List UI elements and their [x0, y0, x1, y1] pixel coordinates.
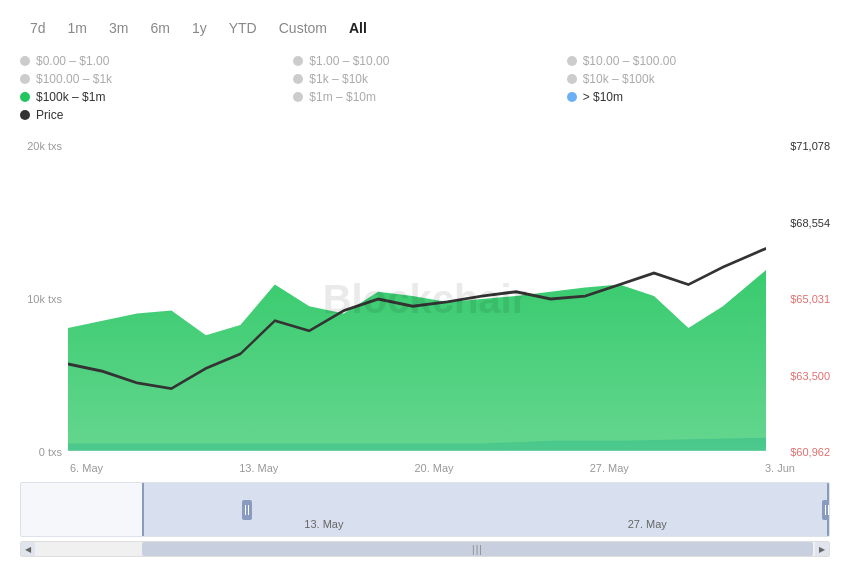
legend-label: $10k – $100k — [583, 72, 655, 86]
legend-item: $1.00 – $10.00 — [293, 54, 556, 68]
legend-dot — [20, 74, 30, 84]
y-label-right: $71,078 — [772, 140, 830, 152]
time-btn-1m[interactable]: 1m — [58, 16, 97, 40]
legend-label: $100k – $1m — [36, 90, 105, 104]
chart-legend: $0.00 – $1.00$1.00 – $10.00$10.00 – $100… — [20, 54, 830, 122]
nav-labels: 13. May27. May — [142, 518, 829, 530]
y-label-right: $63,500 — [772, 370, 830, 382]
legend-item: $100.00 – $1k — [20, 72, 283, 86]
legend-dot — [20, 110, 30, 120]
y-label-left: 20k txs — [20, 140, 62, 152]
green-area — [68, 270, 766, 451]
y-axis-right: $71,078$68,554$65,031$63,500$60,962 — [766, 140, 830, 458]
legend-label: Price — [36, 108, 63, 122]
y-label-right: $60,962 — [772, 446, 830, 458]
legend-label: > $10m — [583, 90, 623, 104]
legend-item: $0.00 – $1.00 — [20, 54, 283, 68]
x-axis: 6. May13. May20. May27. May3. Jun — [20, 458, 830, 474]
navigator-handle-right[interactable] — [822, 500, 830, 520]
legend-item: $10.00 – $100.00 — [567, 54, 830, 68]
x-label: 3. Jun — [765, 462, 795, 474]
legend-dot — [293, 74, 303, 84]
legend-dot — [567, 92, 577, 102]
time-btn-3m[interactable]: 3m — [99, 16, 138, 40]
legend-dot — [293, 56, 303, 66]
legend-item: Price — [20, 108, 283, 122]
scroll-right-arrow[interactable]: ▶ — [815, 542, 829, 556]
legend-dot — [293, 92, 303, 102]
nav-label: 27. May — [628, 518, 667, 530]
legend-label: $1.00 – $10.00 — [309, 54, 389, 68]
navigator-handle-left[interactable] — [242, 500, 252, 520]
time-range-selector: 7d1m3m6m1yYTDCustomAll — [20, 16, 830, 40]
legend-item: $10k – $100k — [567, 72, 830, 86]
legend-item: $1m – $10m — [293, 90, 556, 104]
time-btn-1y[interactable]: 1y — [182, 16, 217, 40]
legend-dot — [20, 56, 30, 66]
legend-dot — [20, 92, 30, 102]
y-label-left: 10k txs — [20, 293, 62, 305]
legend-label: $0.00 – $1.00 — [36, 54, 109, 68]
time-btn-custom[interactable]: Custom — [269, 16, 337, 40]
legend-item: $100k – $1m — [20, 90, 283, 104]
main-container: 7d1m3m6m1yYTDCustomAll $0.00 – $1.00$1.0… — [0, 0, 850, 567]
x-label: 13. May — [239, 462, 278, 474]
legend-label: $10.00 – $100.00 — [583, 54, 676, 68]
y-axis-left: 20k txs10k txs0 txs — [20, 140, 68, 458]
scrollbar-thumb-handle: ||| — [472, 544, 483, 555]
y-label-left: 0 txs — [20, 446, 62, 458]
x-label: 20. May — [414, 462, 453, 474]
legend-label: $1k – $10k — [309, 72, 368, 86]
legend-item: > $10m — [567, 90, 830, 104]
chart-svg — [68, 140, 766, 458]
scroll-left-arrow[interactable]: ◀ — [21, 542, 35, 556]
navigator[interactable]: 13. May27. May — [20, 482, 830, 537]
time-btn-all[interactable]: All — [339, 16, 377, 40]
legend-item: $1k – $10k — [293, 72, 556, 86]
legend-label: $100.00 – $1k — [36, 72, 112, 86]
legend-label: $1m – $10m — [309, 90, 376, 104]
time-btn-6m[interactable]: 6m — [140, 16, 179, 40]
scrollbar[interactable]: ◀ ||| ▶ — [20, 541, 830, 557]
x-label: 27. May — [590, 462, 629, 474]
chart-wrapper: 20k txs10k txs0 txs $71,078$68,554$65,03… — [20, 140, 830, 458]
x-label: 6. May — [70, 462, 103, 474]
legend-dot — [567, 74, 577, 84]
time-btn-ytd[interactable]: YTD — [219, 16, 267, 40]
legend-dot — [567, 56, 577, 66]
y-label-right: $65,031 — [772, 293, 830, 305]
time-btn-7d[interactable]: 7d — [20, 16, 56, 40]
y-label-right: $68,554 — [772, 217, 830, 229]
nav-label: 13. May — [304, 518, 343, 530]
scrollbar-thumb[interactable]: ||| — [142, 542, 813, 556]
